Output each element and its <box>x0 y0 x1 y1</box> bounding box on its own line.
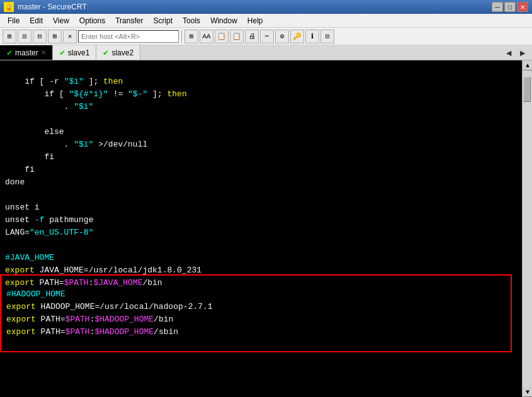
toolbar-btn-7[interactable]: AA <box>200 30 213 43</box>
scrollbar-thumb[interactable] <box>523 77 531 102</box>
tab-prev-button[interactable]: ◄ <box>502 48 516 58</box>
tab-slave2[interactable]: ✔ slave2 <box>96 45 140 60</box>
menu-view[interactable]: View <box>48 15 74 26</box>
scrollbar-track[interactable] <box>523 70 532 387</box>
toolbar-btn-8[interactable]: 📋 <box>215 30 229 43</box>
maximize-button[interactable]: □ <box>504 2 516 12</box>
menu-options[interactable]: Options <box>74 15 110 26</box>
title-bar: 🔒 master - SecureCRT ─ □ ✕ <box>0 0 532 14</box>
menu-edit[interactable]: Edit <box>25 15 48 26</box>
toolbar-btn-15[interactable]: ⊡ <box>320 30 334 43</box>
tab-label-slave2: slave2 <box>111 48 133 57</box>
tab-master[interactable]: ✔ master ✕ <box>0 45 53 60</box>
tab-check-icon-slave1: ✔ <box>59 48 65 57</box>
host-input[interactable] <box>78 30 179 43</box>
terminal[interactable]: if [ -r "$i" ]; then if [ "${#*i}" != "$… <box>0 60 522 397</box>
scroll-up-button[interactable]: ▲ <box>523 60 532 70</box>
toolbar-btn-12[interactable]: ⚙ <box>275 30 289 43</box>
minimize-button[interactable]: ─ <box>492 2 503 12</box>
terminal-content: if [ -r "$i" ]; then if [ "${#*i}" != "$… <box>5 63 517 315</box>
tab-close-master[interactable]: ✕ <box>41 49 46 56</box>
separator-1 <box>181 30 182 43</box>
toolbar-btn-5[interactable]: ✕ <box>63 30 77 43</box>
menu-script[interactable]: Script <box>148 15 178 26</box>
tab-check-icon: ✔ <box>6 48 13 57</box>
toolbar-btn-14[interactable]: ℹ <box>305 30 319 43</box>
tab-slave1[interactable]: ✔ slave1 <box>53 45 97 60</box>
toolbar-btn-4[interactable]: ⊞ <box>48 30 62 43</box>
close-button[interactable]: ✕ <box>517 2 528 12</box>
terminal-row: if [ -r "$i" ]; then if [ "${#*i}" != "$… <box>0 60 532 397</box>
menu-transfer[interactable]: Transfer <box>110 15 148 26</box>
menu-file[interactable]: File <box>3 15 25 26</box>
toolbar-btn-3[interactable]: ⊟ <box>33 30 47 43</box>
toolbar-btn-6[interactable]: ⊞ <box>184 30 198 43</box>
tab-next-button[interactable]: ► <box>516 48 529 58</box>
main-area: if [ -r "$i" ]; then if [ "${#*i}" != "$… <box>0 60 532 397</box>
toolbar-btn-10[interactable]: 🖨 <box>245 30 259 43</box>
app-icon: 🔒 <box>4 2 14 12</box>
window-controls: ─ □ ✕ <box>492 2 528 12</box>
toolbar-btn-9[interactable]: 📋 <box>230 30 244 43</box>
toolbar-btn-13[interactable]: 🔑 <box>290 30 304 43</box>
scroll-down-button[interactable]: ▼ <box>523 387 532 397</box>
toolbar-btn-2[interactable]: ⊡ <box>18 30 31 43</box>
tab-navigation: ◄ ► <box>499 45 532 60</box>
menu-tools[interactable]: Tools <box>178 15 205 26</box>
window-title: master - SecureCRT <box>18 3 492 11</box>
menu-bar: File Edit View Options Transfer Script T… <box>0 14 532 28</box>
menu-help[interactable]: Help <box>242 15 268 26</box>
tab-bar: ✔ master ✕ ✔ slave1 ✔ slave2 ◄ ► <box>0 45 532 60</box>
toolbar: ⊞ ⊡ ⊟ ⊞ ✕ ⊞ AA 📋 📋 🖨 ✂ ⚙ 🔑 ℹ ⊡ <box>0 28 532 45</box>
toolbar-btn-1[interactable]: ⊞ <box>3 30 16 43</box>
menu-window[interactable]: Window <box>205 15 242 26</box>
toolbar-btn-11[interactable]: ✂ <box>260 30 274 43</box>
scrollbar[interactable]: ▲ ▼ <box>522 60 532 397</box>
tab-check-icon-slave2: ✔ <box>103 48 109 57</box>
tab-label-slave1: slave1 <box>68 48 90 57</box>
tab-label-master: master <box>15 48 38 57</box>
